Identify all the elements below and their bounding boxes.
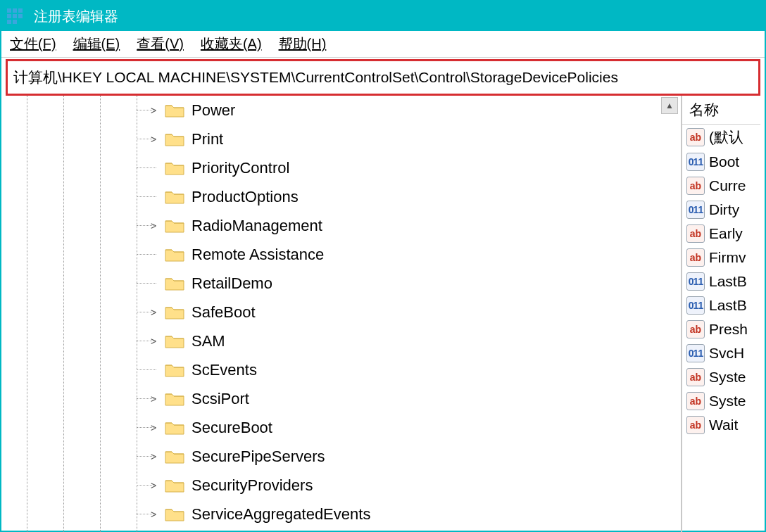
svg-rect-5 xyxy=(18,14,23,18)
binary-value-icon: 011 xyxy=(686,201,705,219)
tree-item[interactable]: > SecurePipeServers xyxy=(6,442,681,471)
value-name: Syste xyxy=(709,369,746,386)
value-name: Early xyxy=(709,225,743,242)
value-name: SvcH xyxy=(709,345,744,362)
regedit-app-icon xyxy=(7,8,27,24)
tree-item-label: ScsiPort xyxy=(192,390,249,408)
tree-item-label: ServiceAggregatedEvents xyxy=(192,505,370,524)
regedit-window: 注册表编辑器 文件(F) 编辑(E) 查看(V) 收藏夹(A) 帮助(H) ▲ … xyxy=(0,0,766,532)
value-name: Boot xyxy=(709,153,739,170)
tree-item[interactable]: > Power xyxy=(6,96,681,125)
value-row[interactable]: abFirmv xyxy=(682,246,760,270)
values-pane[interactable]: 名称 ab(默认011BootabCurre011DirtyabEarlyabF… xyxy=(682,96,760,532)
binary-value-icon: 011 xyxy=(686,344,705,362)
svg-rect-2 xyxy=(18,8,23,13)
tree-item[interactable]: · ScEvents xyxy=(6,355,681,384)
tree-item-label: ScEvents xyxy=(192,361,257,379)
values-list: ab(默认011BootabCurre011DirtyabEarlyabFirm… xyxy=(682,125,760,437)
value-name: Firmv xyxy=(709,249,746,266)
values-column-name[interactable]: 名称 xyxy=(682,97,760,125)
menu-favorites[interactable]: 收藏夹(A) xyxy=(201,34,262,53)
tree-item[interactable]: > SecurityProviders xyxy=(6,471,681,500)
value-row[interactable]: 011LastB xyxy=(682,270,760,293)
value-row[interactable]: abWait xyxy=(682,413,760,437)
window-title: 注册表编辑器 xyxy=(34,7,118,26)
tree-item[interactable]: > RadioManagement xyxy=(6,211,681,240)
folder-icon xyxy=(165,362,184,378)
value-row[interactable]: 011LastB xyxy=(682,293,760,317)
folder-icon xyxy=(165,103,184,118)
tree-item[interactable]: · PriorityControl xyxy=(6,153,681,182)
folder-icon xyxy=(165,160,184,176)
value-name: Dirty xyxy=(709,201,739,218)
folder-icon xyxy=(165,218,184,234)
svg-rect-0 xyxy=(7,8,11,13)
menu-view[interactable]: 查看(V) xyxy=(137,34,184,53)
tree-item-label: SafeBoot xyxy=(192,303,256,322)
value-row[interactable]: ab(默认 xyxy=(682,125,760,150)
value-name: Wait xyxy=(709,417,738,433)
tree-item[interactable]: > SAM xyxy=(6,327,681,355)
titlebar[interactable]: 注册表编辑器 xyxy=(1,1,765,31)
string-value-icon: ab xyxy=(686,128,705,146)
tree-item-label: SAM xyxy=(192,332,225,350)
tree-item[interactable]: · ProductOptions xyxy=(6,182,681,211)
tree-item[interactable]: > SafeBoot xyxy=(6,298,681,327)
svg-rect-3 xyxy=(7,14,11,18)
string-value-icon: ab xyxy=(686,248,705,267)
value-row[interactable]: 011SvcH xyxy=(682,341,760,365)
tree-item-label: SecurityProviders xyxy=(192,476,313,495)
content-area: ▲ > Power> Print· PriorityControl· Produ… xyxy=(6,96,760,532)
value-row[interactable]: abCurre xyxy=(682,174,760,198)
folder-icon xyxy=(165,189,184,205)
value-name: Syste xyxy=(709,393,746,410)
registry-tree: > Power> Print· PriorityControl· Product… xyxy=(6,96,681,528)
binary-value-icon: 011 xyxy=(686,272,705,291)
tree-item[interactable]: > Print xyxy=(6,125,681,153)
string-value-icon: ab xyxy=(686,416,705,434)
folder-icon xyxy=(165,507,184,522)
tree-item[interactable]: · Remote Assistance xyxy=(6,240,681,269)
tree-item-label: Print xyxy=(192,130,223,148)
tree-item-label: RetailDemo xyxy=(192,274,272,293)
string-value-icon: ab xyxy=(686,368,705,386)
tree-item-label: Power xyxy=(192,101,235,120)
value-row[interactable]: 011Dirty xyxy=(682,198,760,222)
value-name: LastB xyxy=(709,297,747,314)
tree-item-label: Remote Assistance xyxy=(192,246,324,264)
string-value-icon: ab xyxy=(686,224,705,243)
tree-item[interactable]: > SecureBoot xyxy=(6,413,681,442)
value-row[interactable]: abEarly xyxy=(682,222,760,246)
folder-icon xyxy=(165,478,184,493)
tree-item-label: PriorityControl xyxy=(192,159,289,177)
binary-value-icon: 011 xyxy=(686,153,705,171)
menu-edit[interactable]: 编辑(E) xyxy=(73,34,120,53)
folder-icon xyxy=(165,132,184,147)
binary-value-icon: 011 xyxy=(686,296,705,315)
tree-pane[interactable]: ▲ > Power> Print· PriorityControl· Produ… xyxy=(6,96,682,532)
folder-icon xyxy=(165,420,184,436)
tree-item-label: SecureBoot xyxy=(192,419,272,437)
svg-rect-6 xyxy=(7,20,11,24)
folder-icon xyxy=(165,305,184,320)
tree-item[interactable]: > ServiceAggregatedEvents xyxy=(6,500,681,528)
address-bar-highlight xyxy=(6,59,760,96)
value-row[interactable]: abSyste xyxy=(682,389,760,413)
tree-item[interactable]: > ScsiPort xyxy=(6,384,681,413)
string-value-icon: ab xyxy=(686,320,705,338)
menu-help[interactable]: 帮助(H) xyxy=(279,34,327,53)
svg-rect-1 xyxy=(13,8,17,13)
address-bar[interactable] xyxy=(8,61,758,94)
folder-icon xyxy=(165,391,184,407)
value-row[interactable]: abSyste xyxy=(682,365,760,389)
tree-item[interactable]: · RetailDemo xyxy=(6,269,681,298)
tree-item-label: ProductOptions xyxy=(192,188,299,206)
tree-item-label: SecurePipeServers xyxy=(192,448,325,466)
value-name: Curre xyxy=(709,177,746,194)
value-row[interactable]: abPresh xyxy=(682,317,760,341)
value-row[interactable]: 011Boot xyxy=(682,150,760,174)
value-name: LastB xyxy=(709,273,747,290)
svg-rect-7 xyxy=(13,20,17,24)
folder-icon xyxy=(165,247,184,262)
menu-file[interactable]: 文件(F) xyxy=(10,34,56,53)
